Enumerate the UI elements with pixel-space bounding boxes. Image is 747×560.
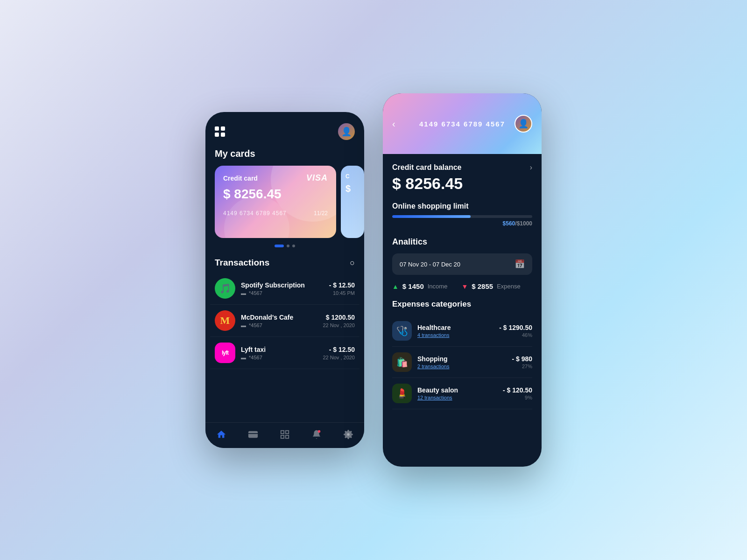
- card-icon-mcdonalds: ▬: [241, 322, 246, 328]
- avatar-right[interactable]: 👤: [514, 115, 532, 133]
- date-picker[interactable]: 07 Nov 20 - 07 Dec 20 📅: [392, 253, 532, 275]
- transaction-item-spotify[interactable]: 🎵 Spotify Subscription ▬ *4567 - $ 12.50…: [210, 273, 359, 305]
- income-item: ▲ $ 1450 Income: [392, 282, 447, 290]
- analytics-section: Analitics 07 Nov 20 - 07 Dec 20 📅 ▲ $ 14…: [392, 237, 532, 290]
- expense-arrow-icon: ▼: [461, 283, 468, 290]
- left-phone: 👤 My cards Credit card VISA $ 8256.45 41…: [205, 112, 364, 448]
- tx-info-mcdonalds: McDonald's Cafe ▬ *4567: [241, 314, 323, 328]
- avatar-left[interactable]: 👤: [338, 123, 355, 140]
- tx-info-lyft: Lyft taxi ▬ *4567: [241, 346, 323, 360]
- balance-section: Credit card balance › $ 8256.45: [392, 163, 532, 193]
- credit-card-peek[interactable]: C $: [341, 166, 364, 238]
- tx-name-spotify: Spotify Subscription: [241, 281, 329, 289]
- tx-right-mcdonalds: $ 1200.50 22 Nov , 2020: [323, 314, 355, 328]
- nav-home[interactable]: [216, 429, 226, 440]
- shopping-name: Shopping: [417, 355, 506, 363]
- limit-display: $560/$1000: [503, 220, 532, 227]
- peek-label: C: [345, 173, 359, 180]
- dot-3[interactable]: [292, 245, 295, 247]
- svg-rect-2: [281, 431, 284, 434]
- tx-right-spotify: - $ 12.50 10:45 PM: [329, 281, 355, 296]
- tx-right-lyft: - $ 12.50 22 Nov , 2020: [323, 346, 355, 360]
- beauty-transactions[interactable]: 12 transactions: [417, 395, 497, 400]
- transactions-header: Transactions ○: [205, 250, 364, 273]
- credit-card-main[interactable]: Credit card VISA $ 8256.45 4149 6734 678…: [215, 166, 336, 238]
- category-shopping[interactable]: 🛍️ Shopping 2 transactions - $ 980 27%: [392, 347, 532, 378]
- transaction-item-mcdonalds[interactable]: M McDonald's Cafe ▬ *4567 $ 1200.50 22 N…: [210, 305, 359, 337]
- income-amount: $ 1450: [402, 282, 424, 290]
- analytics-title: Analitics: [392, 237, 532, 247]
- lyft-logo: lyft: [215, 343, 235, 363]
- tx-date-lyft: 22 Nov , 2020: [323, 355, 355, 360]
- nav-grid[interactable]: [280, 429, 290, 440]
- tx-cardnum-lyft: *4567: [249, 355, 262, 360]
- category-healthcare[interactable]: 🩺 Healthcare 4 transactions - $ 1290.50 …: [392, 315, 532, 347]
- shopping-transactions[interactable]: 2 transactions: [417, 364, 506, 369]
- right-phone: ‹ 4149 6734 6789 4567 👤 Credit card bala…: [383, 93, 542, 467]
- healthcare-amount: - $ 1290.50: [499, 324, 532, 331]
- beauty-info: Beauty salon 12 transactions: [417, 386, 497, 400]
- search-icon[interactable]: ○: [350, 258, 355, 268]
- menu-icon[interactable]: [215, 126, 225, 137]
- balance-label-text: Credit card balance: [392, 163, 462, 172]
- mcdonalds-logo: M: [215, 310, 235, 331]
- transaction-item-lyft[interactable]: lyft Lyft taxi ▬ *4567 - $ 12.50 22 Nov …: [210, 337, 359, 369]
- beauty-right: - $ 120.50 9%: [503, 386, 532, 400]
- healthcare-transactions[interactable]: 4 transactions: [417, 332, 493, 338]
- balance-arrow-icon[interactable]: ›: [530, 163, 532, 172]
- transaction-list: 🎵 Spotify Subscription ▬ *4567 - $ 12.50…: [205, 273, 364, 369]
- tx-date-spotify: 10:45 PM: [329, 290, 355, 296]
- tx-sub-mcdonalds: ▬ *4567: [241, 322, 323, 328]
- healthcare-icon: 🩺: [392, 321, 412, 341]
- date-range-text: 07 Nov 20 - 07 Dec 20: [400, 261, 460, 268]
- beauty-amount: - $ 120.50: [503, 386, 532, 394]
- spotify-logo: 🎵: [215, 278, 235, 299]
- category-beauty[interactable]: 💄 Beauty salon 12 transactions - $ 120.5…: [392, 378, 532, 409]
- expense-item: ▼ $ 2855 Expense: [461, 282, 520, 290]
- nav-notifications[interactable]: [311, 429, 322, 440]
- tx-amount-mcdonalds: $ 1200.50: [323, 314, 355, 321]
- expenses-section: Expenses categories 🩺 Healthcare 4 trans…: [392, 300, 532, 409]
- shopping-amount: - $ 980: [512, 355, 532, 363]
- beauty-percent: 9%: [503, 395, 532, 400]
- expense-amount: $ 2855: [472, 282, 493, 290]
- tx-info-spotify: Spotify Subscription ▬ *4567: [241, 281, 329, 296]
- dot-2[interactable]: [287, 245, 289, 247]
- healthcare-info: Healthcare 4 transactions: [417, 324, 493, 338]
- svg-rect-4: [281, 435, 284, 438]
- beauty-icon: 💄: [392, 384, 412, 403]
- healthcare-right: - $ 1290.50 46%: [499, 324, 532, 338]
- progress-bar-fill: [392, 215, 471, 218]
- nav-settings[interactable]: [343, 429, 353, 440]
- tx-amount-lyft: - $ 12.50: [323, 346, 355, 353]
- shopping-right: - $ 980 27%: [512, 355, 532, 369]
- dot-1[interactable]: [275, 245, 284, 247]
- tx-name-mcdonalds: McDonald's Cafe: [241, 314, 323, 321]
- carousel-dots: [205, 245, 364, 247]
- limit-values: $560/$1000: [392, 220, 532, 227]
- shopping-percent: 27%: [512, 364, 532, 369]
- healthcare-name: Healthcare: [417, 324, 493, 331]
- visa-logo: VISA: [306, 173, 328, 183]
- transactions-title: Transactions: [215, 258, 269, 268]
- bottom-nav: [205, 422, 364, 448]
- beauty-name: Beauty salon: [417, 386, 497, 394]
- tx-sub-lyft: ▬ *4567: [241, 355, 323, 360]
- my-cards-title: My cards: [205, 145, 364, 166]
- income-expense-row: ▲ $ 1450 Income ▼ $ 2855 Expense: [392, 282, 532, 290]
- left-header: 👤: [205, 112, 364, 145]
- expense-label: Expense: [497, 283, 521, 290]
- card-number: 4149 6734 6789 4567: [223, 210, 287, 217]
- expenses-title: Expenses categories: [392, 300, 532, 309]
- balance-label-row: Credit card balance ›: [392, 163, 532, 172]
- nav-cards[interactable]: [248, 429, 258, 440]
- tx-cardnum-spotify: *4567: [249, 290, 262, 296]
- cards-carousel: Credit card VISA $ 8256.45 4149 6734 678…: [205, 166, 364, 238]
- back-button[interactable]: ‹: [392, 119, 395, 129]
- card-icon-spotify: ▬: [241, 290, 246, 296]
- tx-amount-spotify: - $ 12.50: [329, 281, 355, 289]
- healthcare-percent: 46%: [499, 332, 532, 338]
- right-header: ‹ 4149 6734 6789 4567 👤: [383, 93, 542, 154]
- card-balance: $ 8256.45: [223, 187, 328, 202]
- card-icon-lyft: ▬: [241, 355, 246, 360]
